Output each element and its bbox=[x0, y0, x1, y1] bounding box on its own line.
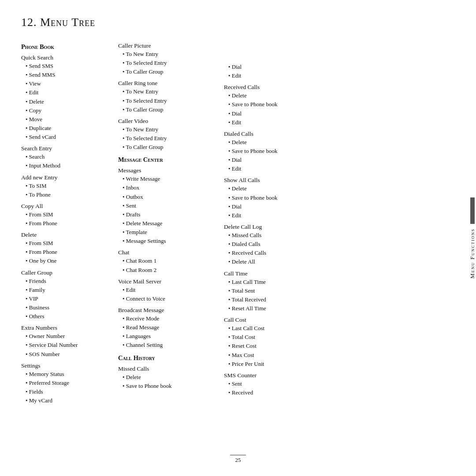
list-item: Delete bbox=[224, 91, 316, 100]
list-item: To New Entry bbox=[118, 125, 219, 134]
list-item: From Phone bbox=[21, 219, 114, 228]
col2-section-title: Message Center bbox=[118, 156, 219, 164]
list-item: Dial bbox=[224, 156, 316, 164]
list-item: To Caller Group bbox=[118, 143, 219, 152]
list-item: Send SMS bbox=[21, 62, 114, 71]
list-item: Channel Setting bbox=[118, 341, 219, 350]
list-item: Save to Phone book bbox=[224, 100, 316, 109]
list-item: Template bbox=[118, 228, 219, 237]
list-item: Delete bbox=[118, 373, 219, 382]
group-settings: Settings bbox=[21, 362, 114, 369]
list-item: Delete bbox=[21, 97, 114, 106]
list-item: Memory Status bbox=[21, 370, 114, 379]
group-messages: Messages bbox=[118, 167, 219, 174]
side-tab-bar bbox=[470, 197, 475, 224]
list-item: Send vCard bbox=[21, 133, 114, 141]
list-item: Save to Phone book bbox=[118, 382, 219, 390]
list-item: Write Message bbox=[118, 175, 219, 183]
list-item: From SIM bbox=[21, 239, 114, 248]
list-item: Business bbox=[21, 303, 114, 312]
page-number: 25 bbox=[230, 455, 246, 464]
list-item: One by One bbox=[21, 257, 114, 265]
list-item: Drafts bbox=[118, 210, 219, 219]
list-item: Others bbox=[21, 312, 114, 321]
list-item: Send MMS bbox=[21, 71, 114, 79]
list-item: Delete bbox=[224, 138, 316, 147]
columns: Phone Book Quick Search Send SMS Send MM… bbox=[21, 39, 455, 405]
list-item: Edit bbox=[224, 164, 316, 173]
group-broadcast: Broadcast Message bbox=[118, 307, 219, 314]
list-item: To Caller Group bbox=[118, 105, 219, 114]
list-item: Save to Phone book bbox=[224, 147, 316, 156]
list-item: Delete Message bbox=[118, 219, 219, 228]
side-tab: Menu Functions bbox=[469, 197, 476, 279]
list-item: From Phone bbox=[21, 248, 114, 257]
col2: Caller Picture To New Entry To Selected … bbox=[118, 39, 224, 405]
list-item: Family bbox=[21, 286, 114, 294]
group-chat: Chat bbox=[118, 249, 219, 256]
list-item: Price Per Unit bbox=[224, 360, 316, 368]
list-item: Sent bbox=[118, 201, 219, 210]
group-copy-all: Copy All bbox=[21, 203, 114, 210]
list-item: Input Method bbox=[21, 161, 114, 170]
list-item: Save to Phone book bbox=[224, 193, 316, 202]
list-item: Edit bbox=[118, 286, 219, 294]
group-call-time: Call Time bbox=[224, 270, 316, 277]
list-item: To New Entry bbox=[118, 50, 219, 59]
group-extra-numbers: Extra Numbers bbox=[21, 324, 114, 331]
col2-section2-title: Call History bbox=[118, 354, 219, 362]
list-item: Total Received bbox=[224, 295, 316, 304]
group-caller-ringtone: Caller Ring tone bbox=[118, 80, 219, 87]
list-item: Inbox bbox=[118, 183, 219, 192]
list-item: Duplicate bbox=[21, 124, 114, 133]
list-item: Sent bbox=[224, 379, 316, 388]
list-item: Edit bbox=[224, 71, 316, 80]
list-item: Missed Calls bbox=[224, 231, 316, 240]
list-item: Receive Mode bbox=[118, 314, 219, 323]
list-item: Read Message bbox=[118, 323, 219, 332]
group-delete: Delete bbox=[21, 231, 114, 238]
col3: Dial Edit Received Calls Delete Save to … bbox=[224, 39, 321, 405]
list-item: To Caller Group bbox=[118, 67, 219, 76]
list-item: Dial bbox=[224, 109, 316, 118]
col1-section-title: Phone Book bbox=[21, 43, 114, 51]
list-item: Dial bbox=[224, 202, 316, 211]
group-caller-picture: Caller Picture bbox=[118, 42, 219, 49]
list-item: Preferred Storage bbox=[21, 379, 114, 387]
list-item: Service Dial Number bbox=[21, 341, 114, 350]
list-item: Delete All bbox=[224, 257, 316, 266]
list-item: Received Calls bbox=[224, 249, 316, 257]
list-item: SOS Number bbox=[21, 350, 114, 359]
list-item: Edit bbox=[224, 118, 316, 127]
group-delete-call-log: Delete Call Log bbox=[224, 223, 316, 231]
list-item: Received bbox=[224, 388, 316, 397]
list-item: From SIM bbox=[21, 210, 114, 219]
group-missed-calls: Missed Calls bbox=[118, 365, 219, 372]
list-item: Dial bbox=[224, 63, 316, 71]
list-item: To Selected Entry bbox=[118, 59, 219, 67]
group-voice-mail: Voice Mail Server bbox=[118, 278, 219, 285]
group-dialed-calls: Dialed Calls bbox=[224, 130, 316, 138]
list-item: Search bbox=[21, 152, 114, 161]
list-item: Total Cost bbox=[224, 333, 316, 342]
list-item: Reset All Time bbox=[224, 304, 316, 313]
list-item: To Selected Entry bbox=[118, 134, 219, 143]
list-item: View bbox=[21, 79, 114, 88]
list-item: Last Call Cost bbox=[224, 324, 316, 333]
list-item: Message Settings bbox=[118, 237, 219, 245]
list-item: To Selected Entry bbox=[118, 97, 219, 105]
list-item: Copy bbox=[21, 106, 114, 115]
list-item: VIP bbox=[21, 294, 114, 303]
list-item: Connect to Voice bbox=[118, 294, 219, 303]
col1: Phone Book Quick Search Send SMS Send MM… bbox=[21, 39, 118, 405]
list-item: Reset Cost bbox=[224, 342, 316, 350]
group-sms-counter: SMS Counter bbox=[224, 372, 316, 379]
list-item: My vCard bbox=[21, 396, 114, 405]
list-item: Last Call Time bbox=[224, 278, 316, 286]
list-item: Fields bbox=[21, 387, 114, 396]
group-add-new-entry: Add new Entry bbox=[21, 174, 114, 181]
list-item: To Phone bbox=[21, 190, 114, 199]
list-item: To SIM bbox=[21, 182, 114, 190]
list-item: Chat Room 1 bbox=[118, 257, 219, 265]
list-item: To New Entry bbox=[118, 87, 219, 96]
